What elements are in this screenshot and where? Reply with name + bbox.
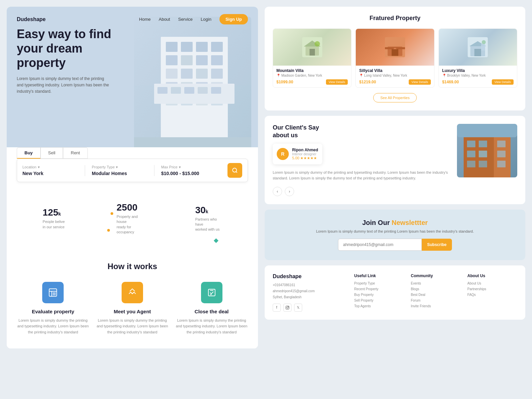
- footer-link-partnerships[interactable]: Partnerships: [467, 287, 517, 291]
- footer-link-sell-property[interactable]: Sell Property: [354, 299, 404, 302]
- property-image-2: [356, 29, 434, 66]
- footer-link-faqs[interactable]: FAQs: [467, 293, 517, 297]
- hiw-card-1: Evaluate property Lorem Ipsum is simply …: [17, 282, 89, 335]
- property-value[interactable]: Modular Homes: [92, 171, 147, 176]
- building-illustration: [134, 17, 251, 151]
- hero-title: Easy way to find your dream property: [17, 27, 137, 70]
- hiw-icon-3: [201, 282, 222, 303]
- search-button[interactable]: [227, 163, 242, 178]
- search-bar: Location ▾ New York Property Type ▾ Modu…: [17, 159, 248, 182]
- svg-rect-56: [497, 141, 506, 147]
- svg-rect-58: [497, 161, 506, 167]
- footer-link-recent-property[interactable]: Recent Property: [354, 287, 404, 291]
- footer-logo: Dudeshape: [273, 273, 347, 280]
- svg-rect-9: [211, 55, 223, 65]
- featured-section: Fratured Property Mountain Villa: [265, 7, 525, 110]
- footer-col-3-title: About Us: [467, 273, 517, 278]
- svg-rect-45: [481, 44, 485, 51]
- svg-rect-54: [467, 161, 475, 167]
- newsletter-title: Join Our Newslettter: [273, 219, 517, 227]
- property-name-2: Sillycal Villa: [359, 68, 430, 73]
- prev-arrow[interactable]: ‹: [273, 187, 282, 196]
- svg-rect-36: [310, 49, 315, 56]
- property-card-3: Luxury Villa 📍 Brooklyn Valley, New York…: [439, 28, 517, 88]
- nav-service[interactable]: Service: [178, 17, 193, 22]
- footer-link-invite[interactable]: Invite Friends: [411, 304, 461, 308]
- newsletter-email-input[interactable]: [338, 239, 422, 251]
- twitter-icon[interactable]: 𝕏: [294, 304, 302, 312]
- deal-icon: [207, 288, 217, 298]
- facebook-icon[interactable]: f: [273, 304, 281, 312]
- footer-link-best-deal[interactable]: Best Deal: [411, 293, 461, 297]
- stat-3-unit: k: [206, 209, 208, 214]
- footer-link-top-agents[interactable]: Top Agents: [354, 304, 404, 308]
- footer-link-property-type[interactable]: Property Type: [354, 282, 404, 285]
- nav-about[interactable]: About: [159, 17, 170, 22]
- location-value[interactable]: New York: [22, 171, 78, 176]
- nav-arrows: ‹ ›: [273, 187, 450, 196]
- svg-rect-26: [198, 87, 208, 94]
- svg-point-29: [232, 168, 237, 172]
- footer-link-about-us[interactable]: About Us: [467, 282, 517, 285]
- property-name-1: Mountain Villa: [276, 68, 348, 73]
- testimonial-left: Our Client's Say about us R Ripon Ahmed …: [273, 124, 457, 196]
- property-location-2: 📍 Long Island Valley, New York: [359, 74, 430, 77]
- svg-rect-13: [211, 69, 223, 79]
- nav-home[interactable]: Home: [139, 17, 151, 22]
- next-arrow[interactable]: ›: [285, 187, 294, 196]
- stats-section: 125k People belive in our service 2500 P…: [7, 189, 258, 248]
- search-tabs: Buy Sell Rent: [17, 147, 248, 159]
- svg-rect-57: [497, 151, 506, 157]
- signup-button[interactable]: Sign Up: [219, 14, 248, 24]
- view-details-btn-1[interactable]: View Details: [326, 79, 348, 85]
- subscribe-button[interactable]: Subscribe: [422, 239, 452, 251]
- svg-point-46: [482, 40, 486, 44]
- footer-col-1-title: Useful Link: [354, 273, 404, 278]
- how-it-works-section: How it works Evaluate property Lorem Ips…: [7, 248, 258, 349]
- right-panel: Fratured Property Mountain Villa: [265, 7, 525, 348]
- svg-rect-12: [196, 69, 208, 79]
- hiw-card-1-desc: Lorem Ipsum is simply dummy the printing…: [17, 318, 89, 335]
- tab-sell[interactable]: Sell: [41, 147, 63, 159]
- footer-link-buy-property[interactable]: Buy Property: [354, 293, 404, 297]
- svg-rect-53: [479, 151, 487, 157]
- price-value[interactable]: $10.000 - $15.000: [161, 171, 217, 176]
- tab-buy[interactable]: Buy: [17, 147, 41, 159]
- property-card-2: Sillycal Villa 📍 Long Island Valley, New…: [355, 28, 434, 88]
- stat-3-number: 30: [195, 205, 206, 215]
- newsletter-form: Subscribe: [338, 239, 452, 251]
- svg-rect-10: [166, 69, 178, 79]
- reviewer-name: Ripon Ahmed: [292, 148, 318, 152]
- testimonial-text: Lorem Ipsum is simply dummy of the print…: [273, 170, 450, 181]
- view-details-btn-3[interactable]: View Details: [492, 79, 514, 85]
- see-all-button[interactable]: See All Properties: [373, 93, 416, 102]
- svg-rect-59: [457, 124, 517, 137]
- left-panel: Dudeshape Home About Service Login Sign …: [7, 7, 258, 348]
- hiw-title: How it works: [17, 262, 248, 271]
- hiw-card-2: Meet you Agent Lorem Ipsum is simply dum…: [96, 282, 169, 335]
- svg-rect-6: [166, 55, 178, 65]
- svg-rect-27: [211, 87, 221, 94]
- villa-image-2: [385, 37, 405, 57]
- tab-rent[interactable]: Rent: [63, 147, 87, 159]
- property-image-1: [273, 29, 351, 66]
- svg-rect-7: [181, 55, 193, 65]
- search-icon: [232, 167, 238, 173]
- view-details-btn-2[interactable]: View Details: [409, 79, 430, 85]
- footer-link-events[interactable]: Events: [411, 282, 461, 285]
- footer-link-blogs[interactable]: Blogs: [411, 287, 461, 291]
- teal-diamond-2: [214, 238, 218, 243]
- property-info-3: Luxury Villa 📍 Brooklyn Valley, New York…: [439, 66, 517, 87]
- testimonial-title: Our Client's Say about us: [273, 124, 450, 140]
- hiw-cards: Evaluate property Lorem Ipsum is simply …: [17, 282, 248, 335]
- property-name-3: Luxury Villa: [442, 68, 514, 73]
- nav-login[interactable]: Login: [201, 17, 211, 22]
- svg-rect-11: [181, 69, 193, 79]
- svg-rect-5: [211, 42, 223, 52]
- villa-image-1: [302, 37, 322, 57]
- orange-dot-2: [107, 229, 110, 232]
- footer-brand-col: Dudeshape +01647086161 ahmedripon415@gma…: [273, 273, 347, 312]
- instagram-icon[interactable]: [283, 304, 291, 312]
- footer-link-forum[interactable]: Forum: [411, 299, 461, 302]
- stat-1-unit: k: [58, 211, 61, 217]
